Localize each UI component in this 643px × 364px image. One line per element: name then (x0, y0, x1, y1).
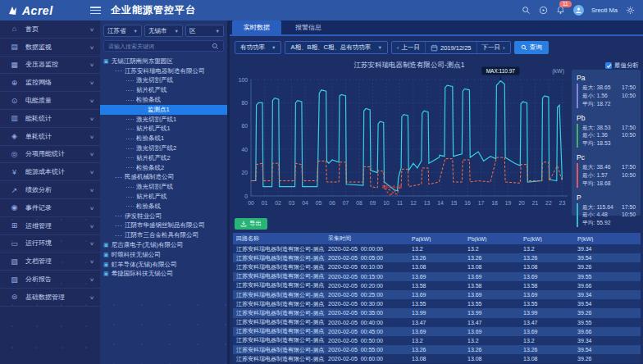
search-icon[interactable] (212, 43, 219, 50)
tree-node[interactable]: 检验条线 (100, 202, 227, 212)
tree-node[interactable]: ▣尼吉康电子(无锡)有限公司 (100, 240, 227, 250)
sidebar-item-ops[interactable]: ⊞运维管理∨ (0, 217, 100, 235)
tree-node[interactable]: ▣希捷国际科技无锡公司 (100, 270, 227, 280)
tree-node[interactable]: 江阴市华盛钢丝制品有限公司 (100, 221, 227, 231)
sidebar-item-network[interactable]: ⊕监控网络∨ (0, 74, 100, 92)
tree-node[interactable]: 江阴市三合金检具有限公司 (100, 230, 227, 240)
x-tick-label: 15 (451, 200, 458, 206)
tree-node[interactable]: 激光切割产线 (100, 182, 227, 192)
tab-0[interactable]: 实时数据 (232, 20, 281, 34)
tree-node-label: 时颂科技无锡公司 (112, 251, 161, 259)
tree-node[interactable]: 激光切割产线 (100, 76, 227, 86)
table-row[interactable]: 江苏安科瑞电器制造有限公司-测点12020-02-05 00:60:0013.0… (233, 354, 641, 363)
date-picker[interactable]: 2019/12/25 (425, 42, 477, 53)
tree-node-label: 江阴市三合金检具有限公司 (125, 231, 198, 239)
table-cell: 13.26 (408, 255, 464, 261)
table-row[interactable]: 江苏安科瑞电器制造有限公司-测点12020-02-05 00:30:0013.5… (233, 299, 641, 308)
table-row[interactable]: 江苏安科瑞电器制造有限公司-测点12020-02-05 00:00:0013.2… (233, 244, 641, 253)
table-row[interactable]: 江苏安科瑞电器制造有限公司-测点12020-02-05 00:20:0013.5… (233, 281, 641, 290)
table-row[interactable]: 江苏安科瑞电器制造有限公司-测点12020-02-05 00:50:0013.2… (233, 336, 641, 345)
region-select-2[interactable]: 区▼ (185, 25, 224, 37)
sidebar-item-energy-stats[interactable]: ▥能耗统计∨ (0, 110, 100, 128)
sidebar-item-environment[interactable]: ▭运行环境∨ (0, 235, 100, 253)
sidebar-item-unit-consumption[interactable]: ◈单耗统计∨ (0, 128, 100, 146)
hamburger-menu-icon[interactable] (90, 7, 101, 14)
sidebar-item-power-quality[interactable]: ⊙电能质量∨ (0, 92, 100, 110)
bell-icon[interactable]: 11 (556, 6, 566, 16)
y-tick-label: 80 (241, 100, 248, 106)
tree-node[interactable]: ▣虹羊导体(无锡)有限公司 (100, 260, 227, 270)
sidebar-item-documents[interactable]: ▧文档管理∨ (0, 253, 100, 271)
region-select-1[interactable]: 无锡市▼ (144, 25, 183, 37)
tree-node[interactable]: 江苏安科瑞电器制造有限公司 (100, 66, 227, 76)
phase-select[interactable]: A相、B相、C相、总有功功率▼ (285, 41, 387, 54)
sidebar-item-energy-cost[interactable]: ¥能源成本统计∨ (0, 163, 100, 181)
x-tick-label: 21 (532, 200, 539, 206)
tree-node[interactable]: 贴片机产线1 (100, 125, 227, 134)
sidebar-item-label: 变压器监控 (25, 60, 90, 69)
region-select-0[interactable]: 江苏省▼ (103, 25, 142, 37)
tree-node[interactable]: 贴片机产线2 (100, 153, 227, 163)
building-icon: ▣ (103, 252, 109, 258)
sidebar-item-data-monitor[interactable]: ▤数据监视∨ (0, 39, 100, 57)
table-cell: 2020-02-05 00:35:00 (325, 310, 408, 316)
sidebar-item-reports[interactable]: ▨分析报告∨ (0, 271, 100, 289)
tree-node[interactable]: 贴片机产线 (100, 192, 227, 202)
tree-node[interactable]: 贴片机产线 (100, 85, 227, 95)
help-icon[interactable] (539, 6, 549, 16)
param-select[interactable]: 有功功率▼ (235, 41, 281, 54)
tree-node[interactable]: 检验条线 (100, 95, 227, 105)
table-row[interactable]: 江苏安科瑞电器制造有限公司-测点12020-02-05 00:10:0013.0… (233, 262, 641, 271)
tree-node[interactable]: ▣时颂科技无锡公司 (100, 250, 227, 260)
table-row[interactable]: 江苏安科瑞电器制造有限公司-测点12020-02-05 00:15:0013.6… (233, 272, 641, 281)
notification-badge: 11 (559, 1, 572, 8)
tree-node-label: 伊发鞋业公司 (125, 212, 162, 221)
tree-node[interactable]: 激光切割产线1 (100, 115, 227, 125)
tree-node-label: 激光切割产线2 (136, 144, 176, 152)
tree-node[interactable]: 民盛机械制造公司 (100, 173, 227, 183)
table-row[interactable]: 江苏安科瑞电器制造有限公司-测点12020-02-05 00:35:0013.9… (233, 308, 641, 317)
table-cell: 江苏安科瑞电器制造有限公司-测点1 (233, 263, 325, 271)
table-cell: 江苏安科瑞电器制造有限公司-测点1 (233, 291, 325, 299)
x-tick-label: 00 (248, 200, 254, 206)
table-cell: 39.55 (574, 320, 641, 325)
gear-icon[interactable] (625, 6, 635, 16)
table-row[interactable]: 江苏安科瑞电器制造有限公司-测点12020-02-05 00:40:0013.4… (233, 318, 641, 327)
tab-1[interactable]: 报警信息 (284, 20, 333, 34)
tree-node[interactable]: 检验条线2 (100, 163, 227, 173)
tree-node[interactable]: ▣无锡江阴南闸东盟园区 (100, 57, 227, 66)
tree-node[interactable]: 伊发鞋业公司 (100, 212, 227, 221)
table-cell: 13.2 (464, 338, 520, 344)
table-row[interactable]: 江苏安科瑞电器制造有限公司-测点12020-02-05 00:25:0013.6… (233, 290, 641, 299)
stat-avg: 平均:55.92 (582, 219, 636, 227)
query-button[interactable]: 查询 (514, 41, 549, 54)
next-day-label: 下一日 (482, 43, 501, 52)
table-row[interactable]: 江苏安科瑞电器制造有限公司-测点12020-02-05 00:45:0013.6… (233, 327, 641, 336)
sidebar-item-performance[interactable]: ↗绩效分析∨ (0, 181, 100, 199)
max-analysis-checkbox[interactable]: 最值分析 (605, 61, 639, 70)
table-cell: 江苏安科瑞电器制造有限公司-测点1 (233, 355, 325, 363)
sidebar-item-base-data[interactable]: ⊜基础数据管理∨ (0, 289, 100, 307)
stat-min: 最小:1.3610:50 (582, 131, 636, 139)
tree-search-input[interactable] (108, 43, 212, 49)
table-row[interactable]: 江苏安科瑞电器制造有限公司-测点12020-02-05 00:55:0013.2… (233, 345, 641, 354)
prev-day-button[interactable]: ‹ 上一日 (392, 42, 425, 53)
sidebar-item-subitem-energy[interactable]: ◎分项用能统计∨ (0, 146, 100, 164)
next-day-button[interactable]: 下一日 › (477, 42, 510, 53)
sidebar-item-home[interactable]: ⌂首页∨ (0, 20, 100, 39)
chevron-down-icon: ∨ (89, 80, 94, 85)
table-row[interactable]: 江苏安科瑞电器制造有限公司-测点12020-02-05 00:05:0013.2… (233, 253, 641, 262)
sidebar-item-events[interactable]: ◉事件记录∨ (0, 199, 100, 217)
table-cell: 39.26 (574, 310, 641, 316)
tree-node[interactable]: 检验条线1 (100, 134, 227, 143)
logo-text: Acrel (22, 4, 53, 17)
tree-node-selected[interactable]: 监测点1 (100, 105, 227, 115)
sidebar-item-transformer[interactable]: ▦变压器监控∨ (0, 57, 100, 75)
tree-node[interactable]: 激光切割产线2 (100, 143, 227, 153)
export-button[interactable]: 导出 (235, 218, 267, 230)
search-icon[interactable] (522, 6, 531, 16)
avatar[interactable] (573, 5, 584, 16)
username: Sreoti Ma (591, 7, 618, 14)
tree-connector (126, 148, 134, 149)
tree-search[interactable] (103, 40, 224, 52)
